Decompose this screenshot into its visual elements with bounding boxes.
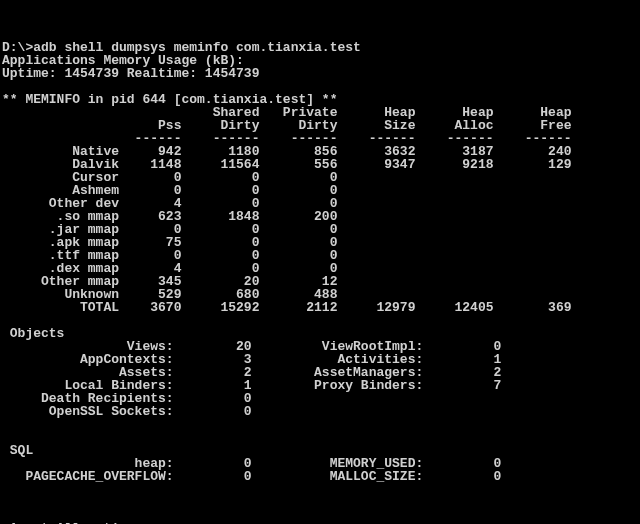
terminal-output: D:\>adb shell dumpsys meminfo com.tianxi… xyxy=(0,39,640,524)
table-header: Shared Private Heap Heap Heap Pss Dirty … xyxy=(2,105,572,146)
sql-block: heap: 0 MEMORY_USED: 0 PAGECACHE_OVERFLO… xyxy=(2,456,501,484)
uptime-line: Uptime: 1454739 Realtime: 1454739 xyxy=(2,66,259,81)
table-body: Native 942 1180 856 3632 3187 240 Dalvik… xyxy=(2,144,572,315)
objects-block: Views: 20 ViewRootImpl: 0 AppContexts: 3… xyxy=(2,339,501,419)
